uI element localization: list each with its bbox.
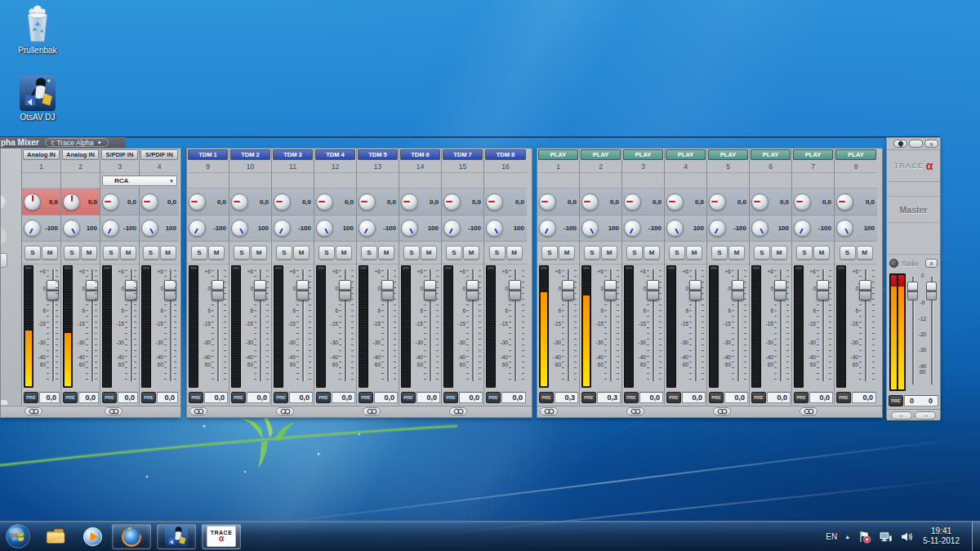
- fader-handle[interactable]: [562, 280, 574, 300]
- mute-button[interactable]: M: [728, 246, 745, 260]
- scroll-right-button[interactable]: →: [915, 411, 936, 420]
- taskbar-otsav-button[interactable]: [157, 524, 196, 549]
- gain-knob[interactable]: [102, 193, 119, 211]
- pre-button[interactable]: PRE: [889, 395, 903, 407]
- mixer-title-bar[interactable]: pha Mixer I: Trace Alpha ▼: [0, 137, 126, 149]
- pre-button[interactable]: PRE: [751, 392, 766, 403]
- fader-track[interactable]: [385, 269, 391, 381]
- taskbar-clock[interactable]: 19:41 5-11-2012: [923, 527, 960, 546]
- mute-button[interactable]: M: [813, 246, 830, 260]
- gain-knob[interactable]: [231, 193, 248, 211]
- fader-track[interactable]: [470, 269, 476, 381]
- solo-button[interactable]: S: [541, 246, 558, 260]
- pan-knob[interactable]: [581, 220, 599, 237]
- pan-knob[interactable]: [274, 220, 291, 237]
- fader-handle[interactable]: [424, 280, 436, 300]
- pan-knob[interactable]: [141, 220, 158, 237]
- mute-button[interactable]: M: [208, 246, 225, 260]
- fader-track[interactable]: [215, 269, 221, 381]
- fader-handle[interactable]: [509, 280, 521, 300]
- mute-button[interactable]: M: [506, 246, 523, 260]
- mute-button[interactable]: M: [336, 246, 352, 260]
- gain-knob[interactable]: [709, 193, 726, 211]
- pan-knob[interactable]: [751, 220, 768, 237]
- fader-track[interactable]: [777, 269, 784, 381]
- solo-button[interactable]: S: [24, 246, 41, 260]
- language-indicator[interactable]: EN: [826, 532, 837, 541]
- solo-button[interactable]: S: [489, 246, 506, 260]
- pre-button[interactable]: PRE: [63, 392, 78, 403]
- pan-knob[interactable]: [401, 220, 418, 237]
- fader-handle[interactable]: [339, 280, 351, 300]
- solo-button[interactable]: S: [446, 246, 462, 260]
- fader-track[interactable]: [650, 269, 657, 381]
- fader-handle[interactable]: [859, 280, 871, 300]
- fader-track[interactable]: [342, 269, 349, 381]
- pin-window-button[interactable]: [893, 140, 907, 148]
- mute-button[interactable]: M: [42, 246, 58, 260]
- fader-handle[interactable]: [466, 280, 479, 300]
- fader-handle[interactable]: [296, 280, 309, 300]
- pre-button[interactable]: PRE: [359, 392, 373, 403]
- pan-knob[interactable]: [836, 220, 853, 237]
- taskbar-explorer-button[interactable]: [42, 524, 70, 549]
- gain-knob[interactable]: [443, 193, 461, 211]
- gain-knob[interactable]: [401, 193, 418, 211]
- fader-handle[interactable]: [604, 280, 617, 300]
- mute-button[interactable]: M: [160, 246, 176, 260]
- pan-knob[interactable]: [794, 220, 811, 237]
- solo-button[interactable]: S: [754, 246, 770, 260]
- pre-button[interactable]: PRE: [189, 392, 203, 403]
- pan-knob[interactable]: [486, 220, 503, 237]
- fader-track[interactable]: [735, 269, 742, 381]
- pre-button[interactable]: PRE: [316, 392, 331, 403]
- gain-knob[interactable]: [624, 193, 641, 211]
- pre-button[interactable]: PRE: [794, 392, 808, 403]
- desktop-icon-recycle-bin[interactable]: Prullenbak: [3, 3, 72, 56]
- mute-button[interactable]: M: [81, 246, 97, 260]
- master-fader-left-track[interactable]: [910, 277, 916, 384]
- fader-track[interactable]: [565, 269, 572, 381]
- mute-button[interactable]: M: [251, 246, 267, 260]
- fader-handle[interactable]: [732, 280, 744, 300]
- stereo-link-button[interactable]: [189, 407, 207, 415]
- gain-knob[interactable]: [581, 193, 599, 211]
- mute-button[interactable]: M: [644, 246, 660, 260]
- pre-button[interactable]: PRE: [443, 392, 458, 403]
- solo-button[interactable]: S: [234, 246, 250, 260]
- solo-button[interactable]: S: [626, 246, 643, 260]
- gain-knob[interactable]: [189, 193, 206, 211]
- solo-button[interactable]: S: [796, 246, 813, 260]
- volume-icon[interactable]: [900, 530, 914, 544]
- stereo-link-button[interactable]: [105, 407, 122, 415]
- fader-track[interactable]: [820, 269, 826, 381]
- gain-knob[interactable]: [141, 193, 158, 211]
- pan-knob[interactable]: [539, 220, 556, 237]
- pan-knob[interactable]: [624, 220, 641, 237]
- stereo-link-button[interactable]: [363, 407, 381, 415]
- solo-button[interactable]: S: [103, 246, 119, 260]
- solo-button[interactable]: S: [669, 246, 685, 260]
- gain-knob[interactable]: [751, 193, 768, 211]
- pan-knob[interactable]: [359, 220, 376, 237]
- gain-knob[interactable]: [486, 193, 503, 211]
- fader-track[interactable]: [257, 269, 264, 381]
- solo-button[interactable]: S: [318, 246, 335, 260]
- pre-button[interactable]: PRE: [231, 392, 246, 403]
- fader-track[interactable]: [427, 269, 434, 381]
- scroll-left-button[interactable]: ←: [891, 411, 912, 420]
- pre-button[interactable]: PRE: [666, 392, 681, 403]
- solo-button[interactable]: S: [711, 246, 728, 260]
- taskbar-firefox-button[interactable]: [112, 524, 151, 549]
- solo-button[interactable]: S: [276, 246, 292, 260]
- show-hidden-icons-button[interactable]: ▲: [844, 534, 850, 540]
- fader-track[interactable]: [608, 269, 614, 381]
- pre-button[interactable]: PRE: [624, 392, 639, 403]
- solo-button[interactable]: S: [840, 246, 856, 260]
- solo-button[interactable]: S: [361, 246, 377, 260]
- pre-button[interactable]: PRE: [24, 392, 38, 403]
- fader-handle[interactable]: [774, 280, 786, 300]
- pan-knob[interactable]: [316, 220, 333, 237]
- mute-button[interactable]: M: [559, 246, 575, 260]
- gain-knob[interactable]: [666, 193, 684, 211]
